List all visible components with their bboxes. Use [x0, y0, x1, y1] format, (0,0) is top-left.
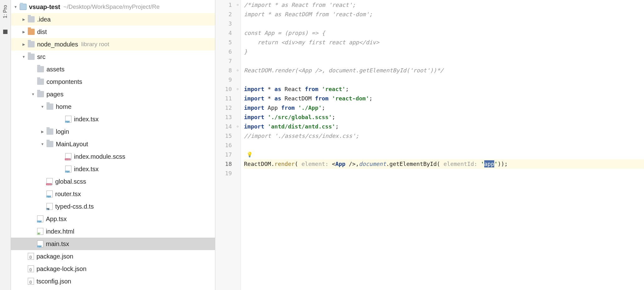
- line-number[interactable]: 9: [215, 75, 232, 85]
- code-line[interactable]: import App from './App';: [244, 103, 644, 113]
- code-line[interactable]: import 'antd/dist/antd.css';: [244, 122, 644, 131]
- tree-item-mainlayout[interactable]: MainLayout: [11, 138, 215, 150]
- tree-item-hint: ~/Desktop/WorkSpace/myProject/Re: [63, 3, 160, 10]
- tree-arrow-icon[interactable]: [13, 4, 18, 10]
- tree-item-index-tsx[interactable]: index.tsx: [11, 163, 215, 175]
- tree-item-index-tsx[interactable]: index.tsx: [11, 113, 215, 125]
- tree-arrow-icon[interactable]: [21, 29, 27, 35]
- line-number[interactable]: 8⊖: [215, 66, 232, 75]
- token-kw: import: [244, 123, 264, 130]
- line-number[interactable]: 19: [215, 169, 232, 178]
- line-number[interactable]: 12: [215, 103, 232, 113]
- code-line[interactable]: import './src/global.scss';: [244, 113, 644, 122]
- line-number[interactable]: 11: [215, 94, 232, 103]
- tree-arrow-icon[interactable]: [21, 41, 27, 47]
- token-kw: as: [275, 95, 281, 102]
- line-number-gutter[interactable]: 1⊖2345678⊖910⊖11121314⊖1516171819: [215, 0, 241, 290]
- line-number[interactable]: 16: [215, 141, 232, 150]
- tree-item-dist[interactable]: dist: [11, 26, 215, 38]
- code-line[interactable]: [244, 56, 644, 66]
- json-icon: [28, 253, 34, 260]
- line-number[interactable]: 6: [215, 47, 232, 56]
- tree-item-main-tsx[interactable]: main.tsx: [11, 238, 215, 250]
- tree-arrow-icon: [40, 204, 45, 209]
- line-number[interactable]: 10⊖: [215, 85, 232, 94]
- tool-window-icon[interactable]: [3, 30, 7, 34]
- tsx-icon: [37, 240, 43, 247]
- tree-item-vsuap-test[interactable]: vsuap-test~/Desktop/WorkSpace/myProject/…: [11, 1, 215, 13]
- token-hint: elementId:: [443, 161, 477, 167]
- code-area[interactable]: /*import * as React from 'react';import …: [241, 0, 644, 290]
- code-line[interactable]: ReactDOM.render(<App />, document.getEle…: [244, 66, 644, 75]
- tree-item-pages[interactable]: pages: [11, 88, 215, 100]
- lightbulb-icon[interactable]: 💡: [246, 150, 253, 159]
- tree-item-global-scss[interactable]: global.scss: [11, 175, 215, 188]
- tree-item-typed-css-d-ts[interactable]: typed-css.d.ts: [11, 200, 215, 213]
- tree-item-app-tsx[interactable]: App.tsx: [11, 213, 215, 225]
- code-editor[interactable]: 1⊖2345678⊖910⊖11121314⊖1516171819 /*impo…: [215, 0, 644, 290]
- code-line[interactable]: import * as React from 'react';: [244, 85, 644, 94]
- tool-window-bar[interactable]: 1: Pro: [0, 0, 11, 290]
- code-line[interactable]: import * as ReactDOM from 'react-dom';: [244, 10, 644, 19]
- tree-arrow-icon: [21, 278, 27, 284]
- line-number[interactable]: 13: [215, 113, 232, 122]
- tree-item-index-html[interactable]: index.html: [11, 225, 215, 238]
- line-number[interactable]: 7: [215, 56, 232, 66]
- tree-arrow-icon[interactable]: [21, 54, 27, 60]
- project-tool-tab[interactable]: 1: Pro: [2, 3, 9, 20]
- code-line[interactable]: 💡: [244, 150, 644, 159]
- line-number[interactable]: 14⊖: [215, 122, 232, 131]
- code-line[interactable]: [244, 19, 644, 28]
- project-tree[interactable]: vsuap-test~/Desktop/WorkSpace/myProject/…: [11, 0, 215, 290]
- line-number[interactable]: 5: [215, 38, 232, 47]
- fold-close-icon[interactable]: ⊖: [237, 66, 239, 75]
- code-line[interactable]: [244, 169, 644, 178]
- line-number[interactable]: 3: [215, 19, 232, 28]
- tree-item-tsconfig-json[interactable]: tsconfig.json: [11, 275, 215, 288]
- tree-item-index-module-scss[interactable]: index.module.scss: [11, 150, 215, 163]
- fold-close-icon[interactable]: ⊖: [237, 122, 239, 131]
- token-str: 'react-dom': [332, 95, 369, 102]
- token-kw: from: [281, 104, 295, 111]
- tree-arrow-icon[interactable]: [30, 91, 36, 97]
- tree-item-package-json[interactable]: package.json: [11, 250, 215, 263]
- code-line[interactable]: //import './assets/css/index.css';: [244, 131, 644, 141]
- tree-item-compontents[interactable]: compontents: [11, 75, 215, 88]
- tree-arrow-icon[interactable]: [40, 129, 45, 134]
- tree-item-home[interactable]: home: [11, 100, 215, 113]
- code-line[interactable]: [244, 141, 644, 150]
- code-line[interactable]: return <div>my first react app</div>: [244, 38, 644, 47]
- folder-icon: [28, 16, 35, 22]
- token-plain: ;: [369, 95, 373, 102]
- code-line[interactable]: import * as ReactDOM from 'react-dom';: [244, 94, 644, 103]
- folder-icon: [37, 91, 44, 97]
- fold-open-icon[interactable]: ⊖: [237, 85, 239, 94]
- tree-item-label: router.tsx: [55, 191, 81, 198]
- token-plain: ;: [345, 86, 349, 92]
- tree-arrow-icon[interactable]: [40, 141, 45, 147]
- code-line[interactable]: const App = (props) => {: [244, 28, 644, 38]
- tree-arrow-icon[interactable]: [40, 104, 45, 109]
- line-number[interactable]: 4: [215, 28, 232, 38]
- tree-item--idea[interactable]: .idea: [11, 13, 215, 26]
- tree-item-src[interactable]: src: [11, 51, 215, 63]
- tree-arrow-icon[interactable]: [21, 17, 27, 22]
- line-number[interactable]: 18: [215, 159, 232, 169]
- code-line[interactable]: }: [244, 47, 644, 56]
- code-line[interactable]: [244, 75, 644, 85]
- code-line[interactable]: ReactDOM.render( element: <App />,docume…: [244, 159, 644, 169]
- tree-item-label: tsconfig.json: [37, 278, 71, 285]
- line-number[interactable]: 15: [215, 131, 232, 141]
- tree-arrow-icon: [30, 66, 36, 72]
- fold-open-icon[interactable]: ⊖: [237, 0, 239, 10]
- tree-item-package-lock-json[interactable]: package-lock.json: [11, 263, 215, 275]
- tree-item-node-modules[interactable]: node_moduleslibrary root: [11, 38, 215, 51]
- line-number[interactable]: 17: [215, 150, 232, 159]
- tree-item-login[interactable]: login: [11, 125, 215, 138]
- tree-item-assets[interactable]: assets: [11, 63, 215, 75]
- code-line[interactable]: /*import * as React from 'react';: [244, 0, 644, 10]
- token-plain: React: [281, 86, 305, 92]
- line-number[interactable]: 1⊖: [215, 0, 232, 10]
- line-number[interactable]: 2: [215, 10, 232, 19]
- tree-item-router-tsx[interactable]: router.tsx: [11, 188, 215, 200]
